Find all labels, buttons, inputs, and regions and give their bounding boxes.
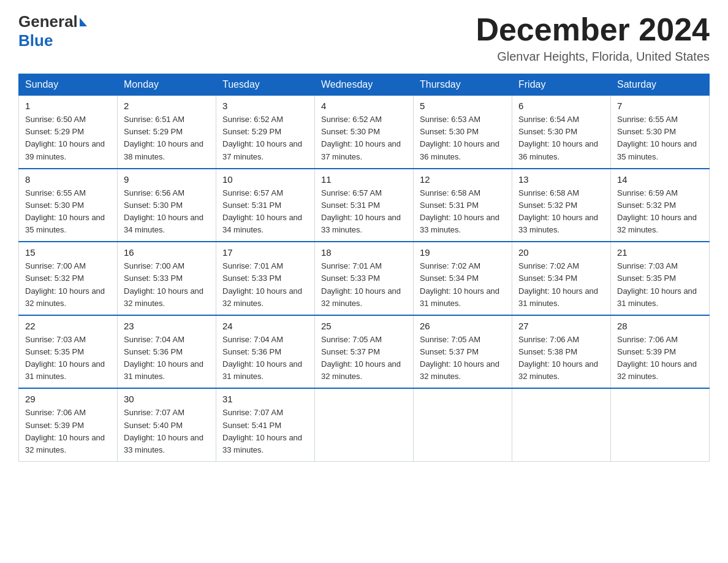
day-info: Sunrise: 6:55 AMSunset: 5:30 PMDaylight:… — [617, 115, 697, 161]
calendar-cell: 11 Sunrise: 6:57 AMSunset: 5:31 PMDaylig… — [315, 169, 414, 242]
logo: General Blue — [18, 12, 87, 50]
calendar-header-row: Sunday Monday Tuesday Wednesday Thursday… — [19, 74, 710, 96]
calendar-cell: 29 Sunrise: 7:06 AMSunset: 5:39 PMDaylig… — [19, 388, 118, 461]
calendar-cell: 5 Sunrise: 6:53 AMSunset: 5:30 PMDayligh… — [414, 96, 512, 169]
day-info: Sunrise: 6:58 AMSunset: 5:31 PMDaylight:… — [420, 188, 499, 234]
calendar-week-row: 22 Sunrise: 7:03 AMSunset: 5:35 PMDaylig… — [19, 315, 710, 389]
day-number: 15 — [25, 247, 111, 258]
day-number: 8 — [25, 174, 111, 185]
calendar-week-row: 8 Sunrise: 6:55 AMSunset: 5:30 PMDayligh… — [19, 169, 710, 242]
logo-arrow-icon — [80, 18, 87, 26]
day-info: Sunrise: 6:57 AMSunset: 5:31 PMDaylight:… — [321, 188, 401, 234]
day-number: 10 — [222, 174, 308, 185]
day-info: Sunrise: 6:59 AMSunset: 5:32 PMDaylight:… — [617, 188, 697, 234]
day-info: Sunrise: 7:06 AMSunset: 5:39 PMDaylight:… — [25, 408, 105, 454]
day-number: 11 — [321, 174, 407, 185]
calendar-cell: 21 Sunrise: 7:03 AMSunset: 5:35 PMDaylig… — [611, 242, 710, 315]
location-text: Glenvar Heights, Florida, United States — [476, 50, 710, 64]
day-number: 24 — [222, 321, 308, 331]
calendar-table: Sunday Monday Tuesday Wednesday Thursday… — [18, 74, 710, 462]
day-info: Sunrise: 7:02 AMSunset: 5:34 PMDaylight:… — [420, 261, 499, 307]
day-number: 23 — [124, 321, 210, 331]
calendar-cell: 20 Sunrise: 7:02 AMSunset: 5:34 PMDaylig… — [512, 242, 611, 315]
day-number: 26 — [420, 321, 506, 331]
day-number: 9 — [124, 174, 210, 185]
day-info: Sunrise: 7:07 AMSunset: 5:41 PMDaylight:… — [222, 408, 302, 454]
day-info: Sunrise: 6:50 AMSunset: 5:29 PMDaylight:… — [25, 115, 105, 161]
calendar-cell: 26 Sunrise: 7:05 AMSunset: 5:37 PMDaylig… — [414, 315, 512, 389]
calendar-cell — [414, 388, 512, 461]
day-number: 22 — [25, 321, 111, 331]
day-number: 3 — [222, 101, 308, 111]
day-number: 7 — [617, 101, 703, 111]
day-number: 31 — [222, 394, 308, 404]
calendar-cell: 8 Sunrise: 6:55 AMSunset: 5:30 PMDayligh… — [19, 169, 118, 242]
col-tuesday: Tuesday — [216, 74, 315, 96]
calendar-week-row: 15 Sunrise: 7:00 AMSunset: 5:32 PMDaylig… — [19, 242, 710, 315]
calendar-cell: 30 Sunrise: 7:07 AMSunset: 5:40 PMDaylig… — [118, 388, 216, 461]
day-number: 29 — [25, 394, 111, 404]
calendar-cell — [315, 388, 414, 461]
calendar-cell: 16 Sunrise: 7:00 AMSunset: 5:33 PMDaylig… — [118, 242, 216, 315]
calendar-cell: 6 Sunrise: 6:54 AMSunset: 5:30 PMDayligh… — [512, 96, 611, 169]
day-info: Sunrise: 7:06 AMSunset: 5:39 PMDaylight:… — [617, 335, 697, 381]
day-number: 25 — [321, 321, 407, 331]
calendar-cell: 4 Sunrise: 6:52 AMSunset: 5:30 PMDayligh… — [315, 96, 414, 169]
calendar-cell: 10 Sunrise: 6:57 AMSunset: 5:31 PMDaylig… — [216, 169, 315, 242]
day-info: Sunrise: 6:52 AMSunset: 5:30 PMDaylight:… — [321, 115, 401, 161]
day-info: Sunrise: 6:53 AMSunset: 5:30 PMDaylight:… — [420, 115, 499, 161]
day-info: Sunrise: 7:03 AMSunset: 5:35 PMDaylight:… — [25, 335, 105, 381]
day-number: 5 — [420, 101, 506, 111]
day-info: Sunrise: 7:00 AMSunset: 5:32 PMDaylight:… — [25, 261, 105, 307]
col-friday: Friday — [512, 74, 611, 96]
calendar-cell: 2 Sunrise: 6:51 AMSunset: 5:29 PMDayligh… — [118, 96, 216, 169]
day-info: Sunrise: 7:06 AMSunset: 5:38 PMDaylight:… — [518, 335, 598, 381]
calendar-cell: 17 Sunrise: 7:01 AMSunset: 5:33 PMDaylig… — [216, 242, 315, 315]
calendar-cell: 15 Sunrise: 7:00 AMSunset: 5:32 PMDaylig… — [19, 242, 118, 315]
day-number: 4 — [321, 101, 407, 111]
col-sunday: Sunday — [19, 74, 118, 96]
calendar-cell: 3 Sunrise: 6:52 AMSunset: 5:29 PMDayligh… — [216, 96, 315, 169]
day-number: 27 — [518, 321, 604, 331]
day-number: 18 — [321, 247, 407, 258]
day-number: 28 — [617, 321, 703, 331]
day-info: Sunrise: 7:05 AMSunset: 5:37 PMDaylight:… — [321, 335, 401, 381]
day-info: Sunrise: 6:56 AMSunset: 5:30 PMDaylight:… — [124, 188, 203, 234]
day-info: Sunrise: 6:54 AMSunset: 5:30 PMDaylight:… — [518, 115, 598, 161]
calendar-cell — [512, 388, 611, 461]
calendar-cell: 25 Sunrise: 7:05 AMSunset: 5:37 PMDaylig… — [315, 315, 414, 389]
col-monday: Monday — [118, 74, 216, 96]
day-info: Sunrise: 7:00 AMSunset: 5:33 PMDaylight:… — [124, 261, 203, 307]
calendar-cell: 7 Sunrise: 6:55 AMSunset: 5:30 PMDayligh… — [611, 96, 710, 169]
calendar-cell: 24 Sunrise: 7:04 AMSunset: 5:36 PMDaylig… — [216, 315, 315, 389]
day-info: Sunrise: 7:01 AMSunset: 5:33 PMDaylight:… — [321, 261, 401, 307]
calendar-cell: 22 Sunrise: 7:03 AMSunset: 5:35 PMDaylig… — [19, 315, 118, 389]
day-number: 12 — [420, 174, 506, 185]
calendar-week-row: 1 Sunrise: 6:50 AMSunset: 5:29 PMDayligh… — [19, 96, 710, 169]
day-info: Sunrise: 7:04 AMSunset: 5:36 PMDaylight:… — [124, 335, 203, 381]
day-number: 19 — [420, 247, 506, 258]
day-number: 14 — [617, 174, 703, 185]
day-number: 16 — [124, 247, 210, 258]
calendar-week-row: 29 Sunrise: 7:06 AMSunset: 5:39 PMDaylig… — [19, 388, 710, 461]
page-header: General Blue December 2024 Glenvar Heigh… — [18, 12, 710, 64]
day-number: 13 — [518, 174, 604, 185]
calendar-cell: 9 Sunrise: 6:56 AMSunset: 5:30 PMDayligh… — [118, 169, 216, 242]
col-wednesday: Wednesday — [315, 74, 414, 96]
day-number: 1 — [25, 101, 111, 111]
day-info: Sunrise: 6:55 AMSunset: 5:30 PMDaylight:… — [25, 188, 105, 234]
calendar-cell: 13 Sunrise: 6:58 AMSunset: 5:32 PMDaylig… — [512, 169, 611, 242]
month-title: December 2024 — [476, 12, 710, 47]
calendar-cell — [611, 388, 710, 461]
day-number: 17 — [222, 247, 308, 258]
day-info: Sunrise: 6:52 AMSunset: 5:29 PMDaylight:… — [222, 115, 302, 161]
calendar-cell: 27 Sunrise: 7:06 AMSunset: 5:38 PMDaylig… — [512, 315, 611, 389]
day-number: 21 — [617, 247, 703, 258]
calendar-cell: 31 Sunrise: 7:07 AMSunset: 5:41 PMDaylig… — [216, 388, 315, 461]
day-number: 2 — [124, 101, 210, 111]
title-section: December 2024 Glenvar Heights, Florida, … — [476, 12, 710, 64]
day-info: Sunrise: 7:05 AMSunset: 5:37 PMDaylight:… — [420, 335, 499, 381]
day-info: Sunrise: 7:03 AMSunset: 5:35 PMDaylight:… — [617, 261, 697, 307]
logo-blue-text: Blue — [18, 31, 53, 50]
calendar-cell: 23 Sunrise: 7:04 AMSunset: 5:36 PMDaylig… — [118, 315, 216, 389]
